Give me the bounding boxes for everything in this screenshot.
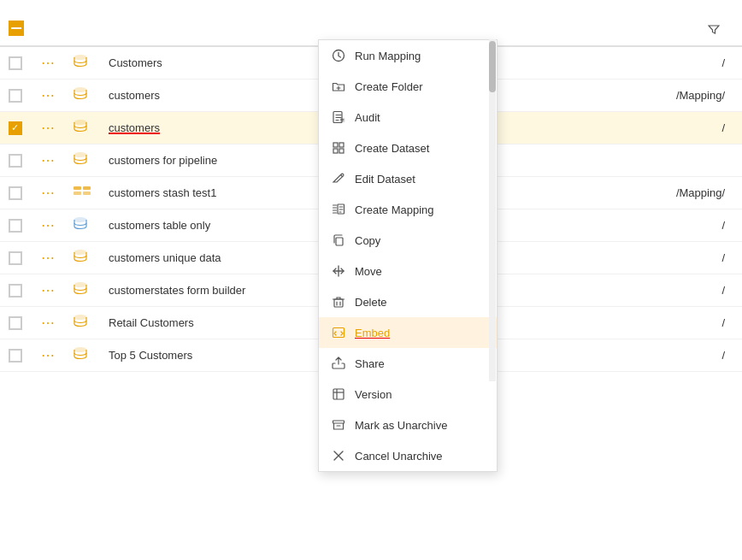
row-dataset-icon xyxy=(64,274,100,307)
row-fullpath: / xyxy=(625,209,742,242)
row-dots-menu[interactable]: ⋯ xyxy=(32,46,64,80)
svg-point-9 xyxy=(74,251,86,255)
row-checkbox-cell xyxy=(0,177,32,209)
row-checkbox[interactable] xyxy=(9,186,22,200)
svg-rect-17 xyxy=(339,143,344,147)
grid-icon xyxy=(331,140,346,156)
row-dataset-icon xyxy=(64,339,100,372)
row-checkbox[interactable] xyxy=(9,154,22,168)
row-checkbox-cell xyxy=(0,307,32,339)
row-checkbox[interactable] xyxy=(9,89,22,103)
row-dots-menu[interactable]: ⋯ xyxy=(32,144,64,177)
menu-item-version[interactable]: Version xyxy=(319,379,497,410)
row-checkbox-cell xyxy=(0,242,32,274)
row-dots-menu[interactable]: ⋯ xyxy=(32,307,64,339)
menu-item-label-run-mapping: Run Mapping xyxy=(355,50,485,62)
row-dataset-icon xyxy=(64,112,100,144)
row-filename-text: customers xyxy=(109,121,160,134)
row-dataset-icon xyxy=(64,80,100,112)
folder-plus-icon xyxy=(331,79,346,94)
svg-point-1 xyxy=(74,88,86,92)
svg-point-12 xyxy=(74,348,86,352)
row-fullpath: / xyxy=(625,112,742,144)
svg-rect-18 xyxy=(333,149,338,153)
svg-rect-16 xyxy=(333,143,338,147)
svg-rect-25 xyxy=(333,421,344,423)
svg-point-10 xyxy=(74,283,86,287)
filter-icon[interactable] xyxy=(708,24,720,36)
row-checkbox-cell xyxy=(0,46,32,80)
row-checkbox[interactable] xyxy=(9,316,22,330)
row-dataset-icon xyxy=(64,242,100,274)
row-checkbox[interactable] xyxy=(9,251,22,265)
menu-item-create-folder[interactable]: Create Folder xyxy=(319,71,497,102)
menu-item-create-mapping[interactable]: Create Mapping xyxy=(319,194,497,225)
row-checkbox[interactable] xyxy=(9,56,22,70)
row-checkbox[interactable] xyxy=(9,121,22,135)
row-checkbox[interactable] xyxy=(9,349,22,363)
row-checkbox[interactable] xyxy=(9,219,22,233)
col-header-fullpath[interactable] xyxy=(625,14,742,46)
col-header-icon xyxy=(64,14,100,46)
menu-item-label-edit-dataset: Edit Dataset xyxy=(355,173,485,186)
row-fullpath: / xyxy=(625,339,742,372)
row-dataset-icon xyxy=(64,177,100,209)
archive-icon xyxy=(331,417,346,433)
menu-item-move[interactable]: Move xyxy=(319,256,497,286)
audit-icon xyxy=(331,109,346,125)
menu-item-edit-dataset[interactable]: Edit Dataset xyxy=(319,163,497,194)
menu-item-mark-unarchive[interactable]: Mark as Unarchive xyxy=(319,410,497,440)
menu-item-label-share: Share xyxy=(355,357,485,370)
menu-item-label-move: Move xyxy=(355,265,485,278)
svg-rect-19 xyxy=(339,149,344,153)
menu-item-run-mapping[interactable]: Run Mapping xyxy=(319,40,497,71)
edit-icon xyxy=(331,171,346,186)
row-dots-menu[interactable]: ⋯ xyxy=(32,112,64,144)
context-menu: Run MappingCreate FolderAuditCreate Data… xyxy=(318,39,498,472)
row-dots-menu[interactable]: ⋯ xyxy=(32,209,64,242)
trash-icon xyxy=(331,294,346,309)
menu-item-label-mark-unarchive: Mark as Unarchive xyxy=(355,419,485,432)
row-fullpath: / xyxy=(625,46,742,80)
version-icon xyxy=(331,386,346,402)
share-icon xyxy=(331,356,346,371)
page-title xyxy=(0,0,742,14)
row-fullpath: /Mapping/ xyxy=(625,80,742,112)
menu-item-create-dataset[interactable]: Create Dataset xyxy=(319,133,497,163)
row-checkbox-cell xyxy=(0,112,32,144)
row-checkbox-cell xyxy=(0,339,32,372)
svg-rect-7 xyxy=(83,192,91,195)
col-header-dots xyxy=(32,14,64,46)
copy-icon xyxy=(331,233,346,248)
menu-item-delete[interactable]: Delete xyxy=(319,286,497,317)
menu-item-audit[interactable]: Audit xyxy=(319,102,497,133)
row-fullpath: / xyxy=(625,274,742,307)
svg-rect-5 xyxy=(74,192,81,195)
menu-item-label-cancel-unarchive: Cancel Unarchive xyxy=(355,450,485,463)
svg-point-8 xyxy=(74,218,86,222)
svg-point-2 xyxy=(74,121,86,125)
row-dots-menu[interactable]: ⋯ xyxy=(32,80,64,112)
row-dots-menu[interactable]: ⋯ xyxy=(32,339,64,372)
menu-item-cancel-unarchive[interactable]: Cancel Unarchive xyxy=(319,440,497,471)
menu-item-copy[interactable]: Copy xyxy=(319,225,497,256)
row-checkbox-cell xyxy=(0,274,32,307)
row-dots-menu[interactable]: ⋯ xyxy=(32,274,64,307)
row-checkbox-cell xyxy=(0,144,32,177)
menu-item-embed[interactable]: Embed xyxy=(319,317,497,348)
select-all-minus-icon[interactable] xyxy=(9,21,24,36)
row-dataset-icon xyxy=(64,307,100,339)
embed-icon xyxy=(331,325,346,340)
row-fullpath xyxy=(625,144,742,177)
context-menu-scrollbar[interactable] xyxy=(489,39,496,381)
menu-item-label-create-dataset: Create Dataset xyxy=(355,142,485,155)
row-checkbox-cell xyxy=(0,209,32,242)
svg-point-11 xyxy=(74,315,86,320)
row-checkbox[interactable] xyxy=(9,284,22,298)
row-dots-menu[interactable]: ⋯ xyxy=(32,242,64,274)
row-dots-menu[interactable]: ⋯ xyxy=(32,177,64,209)
scrollbar-thumb[interactable] xyxy=(489,41,496,92)
menu-item-share[interactable]: Share xyxy=(319,348,497,379)
menu-item-label-create-folder: Create Folder xyxy=(355,80,485,93)
svg-rect-24 xyxy=(333,389,344,399)
